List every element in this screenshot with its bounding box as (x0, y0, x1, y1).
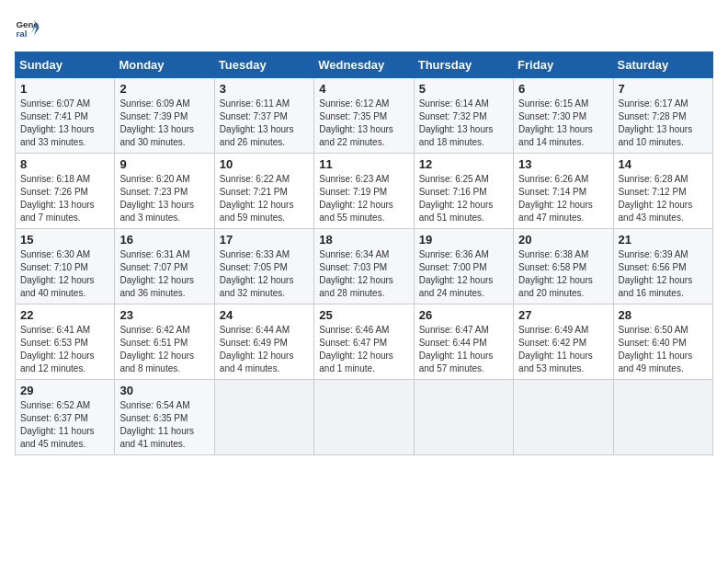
day-info: Sunrise: 6:44 AMSunset: 6:49 PMDaylight:… (220, 324, 309, 375)
calendar-cell: 2Sunrise: 6:09 AMSunset: 7:39 PMDaylight… (115, 78, 214, 154)
day-info: Sunrise: 6:22 AMSunset: 7:21 PMDaylight:… (220, 173, 309, 224)
day-info: Sunrise: 6:26 AMSunset: 7:14 PMDaylight:… (518, 173, 608, 224)
day-number: 21 (619, 233, 708, 247)
day-info: Sunrise: 6:20 AMSunset: 7:23 PMDaylight:… (119, 173, 209, 224)
calendar-cell: 18Sunrise: 6:34 AMSunset: 7:03 PMDayligh… (314, 229, 414, 304)
day-info: Sunrise: 6:39 AMSunset: 6:56 PMDaylight:… (619, 248, 708, 300)
day-number: 1 (20, 82, 109, 96)
page-header: Gene ral (15, 15, 713, 40)
calendar-week-row: 1Sunrise: 6:07 AMSunset: 7:41 PMDaylight… (16, 78, 713, 154)
day-number: 15 (20, 233, 109, 247)
day-info: Sunrise: 6:36 AMSunset: 7:00 PMDaylight:… (419, 248, 508, 300)
calendar-cell: 12Sunrise: 6:25 AMSunset: 7:16 PMDayligh… (414, 154, 513, 229)
day-info: Sunrise: 6:31 AMSunset: 7:07 PMDaylight:… (119, 248, 209, 300)
calendar-cell: 7Sunrise: 6:17 AMSunset: 7:28 PMDaylight… (613, 78, 712, 154)
day-info: Sunrise: 6:46 AMSunset: 6:47 PMDaylight:… (319, 324, 408, 375)
calendar-cell: 11Sunrise: 6:23 AMSunset: 7:19 PMDayligh… (314, 154, 414, 229)
calendar-cell: 17Sunrise: 6:33 AMSunset: 7:05 PMDayligh… (214, 229, 313, 304)
day-number: 24 (220, 308, 309, 322)
day-info: Sunrise: 6:28 AMSunset: 7:12 PMDaylight:… (619, 173, 708, 224)
calendar-cell: 8Sunrise: 6:18 AMSunset: 7:26 PMDaylight… (16, 154, 115, 229)
day-info: Sunrise: 6:42 AMSunset: 6:51 PMDaylight:… (119, 324, 209, 375)
day-info: Sunrise: 6:47 AMSunset: 6:44 PMDaylight:… (419, 324, 508, 375)
calendar-cell (414, 380, 513, 455)
calendar-cell (314, 380, 414, 455)
calendar-cell (613, 380, 712, 455)
day-info: Sunrise: 6:41 AMSunset: 6:53 PMDaylight:… (20, 324, 109, 375)
weekday-header-saturday: Saturday (613, 52, 712, 78)
calendar-week-row: 22Sunrise: 6:41 AMSunset: 6:53 PMDayligh… (16, 304, 713, 380)
calendar-cell: 27Sunrise: 6:49 AMSunset: 6:42 PMDayligh… (514, 304, 613, 380)
day-number: 29 (20, 384, 109, 397)
day-number: 20 (518, 233, 608, 247)
calendar-cell: 29Sunrise: 6:52 AMSunset: 6:37 PMDayligh… (16, 380, 115, 455)
day-info: Sunrise: 6:49 AMSunset: 6:42 PMDaylight:… (518, 324, 608, 375)
day-info: Sunrise: 6:18 AMSunset: 7:26 PMDaylight:… (20, 173, 109, 224)
day-number: 10 (220, 157, 309, 171)
day-number: 30 (119, 384, 209, 397)
calendar-cell: 26Sunrise: 6:47 AMSunset: 6:44 PMDayligh… (414, 304, 513, 380)
calendar-cell: 22Sunrise: 6:41 AMSunset: 6:53 PMDayligh… (16, 304, 115, 380)
calendar-cell: 28Sunrise: 6:50 AMSunset: 6:40 PMDayligh… (613, 304, 712, 380)
calendar-week-row: 8Sunrise: 6:18 AMSunset: 7:26 PMDaylight… (16, 154, 713, 229)
day-number: 26 (419, 308, 508, 322)
day-number: 11 (319, 157, 408, 171)
calendar-cell: 24Sunrise: 6:44 AMSunset: 6:49 PMDayligh… (214, 304, 313, 380)
day-info: Sunrise: 6:14 AMSunset: 7:32 PMDaylight:… (419, 98, 508, 149)
day-number: 8 (20, 157, 109, 171)
calendar-table: SundayMondayTuesdayWednesdayThursdayFrid… (15, 52, 713, 455)
day-number: 9 (119, 157, 209, 171)
calendar-cell (514, 380, 613, 455)
logo: Gene ral (15, 15, 44, 40)
day-number: 14 (619, 157, 708, 171)
day-info: Sunrise: 6:38 AMSunset: 6:58 PMDaylight:… (518, 248, 608, 300)
day-info: Sunrise: 6:12 AMSunset: 7:35 PMDaylight:… (319, 98, 408, 149)
day-info: Sunrise: 6:52 AMSunset: 6:37 PMDaylight:… (20, 399, 109, 451)
day-info: Sunrise: 6:50 AMSunset: 6:40 PMDaylight:… (619, 324, 708, 375)
day-info: Sunrise: 6:09 AMSunset: 7:39 PMDaylight:… (119, 98, 209, 149)
weekday-header-friday: Friday (514, 52, 613, 78)
calendar-cell: 1Sunrise: 6:07 AMSunset: 7:41 PMDaylight… (16, 78, 115, 154)
calendar-week-row: 29Sunrise: 6:52 AMSunset: 6:37 PMDayligh… (16, 380, 713, 455)
day-number: 18 (319, 233, 408, 247)
day-info: Sunrise: 6:25 AMSunset: 7:16 PMDaylight:… (419, 173, 508, 224)
calendar-cell: 3Sunrise: 6:11 AMSunset: 7:37 PMDaylight… (214, 78, 313, 154)
weekday-header-row: SundayMondayTuesdayWednesdayThursdayFrid… (16, 52, 713, 78)
day-number: 2 (119, 82, 209, 96)
day-number: 7 (619, 82, 708, 96)
calendar-cell: 30Sunrise: 6:54 AMSunset: 6:35 PMDayligh… (115, 380, 214, 455)
weekday-header-tuesday: Tuesday (214, 52, 313, 78)
logo-icon: Gene ral (15, 15, 40, 40)
weekday-header-wednesday: Wednesday (314, 52, 414, 78)
day-number: 23 (119, 308, 209, 322)
day-number: 27 (518, 308, 608, 322)
day-info: Sunrise: 6:07 AMSunset: 7:41 PMDaylight:… (20, 98, 109, 149)
day-number: 3 (220, 82, 309, 96)
calendar-cell: 19Sunrise: 6:36 AMSunset: 7:00 PMDayligh… (414, 229, 513, 304)
day-info: Sunrise: 6:54 AMSunset: 6:35 PMDaylight:… (119, 399, 209, 451)
day-number: 4 (319, 82, 408, 96)
calendar-week-row: 15Sunrise: 6:30 AMSunset: 7:10 PMDayligh… (16, 229, 713, 304)
calendar-cell: 5Sunrise: 6:14 AMSunset: 7:32 PMDaylight… (414, 78, 513, 154)
calendar-cell: 16Sunrise: 6:31 AMSunset: 7:07 PMDayligh… (115, 229, 214, 304)
calendar-cell: 10Sunrise: 6:22 AMSunset: 7:21 PMDayligh… (214, 154, 313, 229)
calendar-cell: 6Sunrise: 6:15 AMSunset: 7:30 PMDaylight… (514, 78, 613, 154)
day-number: 17 (220, 233, 309, 247)
calendar-cell: 20Sunrise: 6:38 AMSunset: 6:58 PMDayligh… (514, 229, 613, 304)
calendar-cell: 13Sunrise: 6:26 AMSunset: 7:14 PMDayligh… (514, 154, 613, 229)
day-info: Sunrise: 6:23 AMSunset: 7:19 PMDaylight:… (319, 173, 408, 224)
day-number: 16 (119, 233, 209, 247)
day-info: Sunrise: 6:11 AMSunset: 7:37 PMDaylight:… (220, 98, 309, 149)
day-number: 22 (20, 308, 109, 322)
weekday-header-monday: Monday (115, 52, 214, 78)
svg-text:ral: ral (16, 29, 27, 39)
calendar-cell: 15Sunrise: 6:30 AMSunset: 7:10 PMDayligh… (16, 229, 115, 304)
day-number: 28 (619, 308, 708, 322)
day-info: Sunrise: 6:33 AMSunset: 7:05 PMDaylight:… (220, 248, 309, 300)
day-number: 5 (419, 82, 508, 96)
day-number: 13 (518, 157, 608, 171)
day-number: 19 (419, 233, 508, 247)
weekday-header-thursday: Thursday (414, 52, 513, 78)
calendar-cell: 21Sunrise: 6:39 AMSunset: 6:56 PMDayligh… (613, 229, 712, 304)
calendar-cell: 9Sunrise: 6:20 AMSunset: 7:23 PMDaylight… (115, 154, 214, 229)
